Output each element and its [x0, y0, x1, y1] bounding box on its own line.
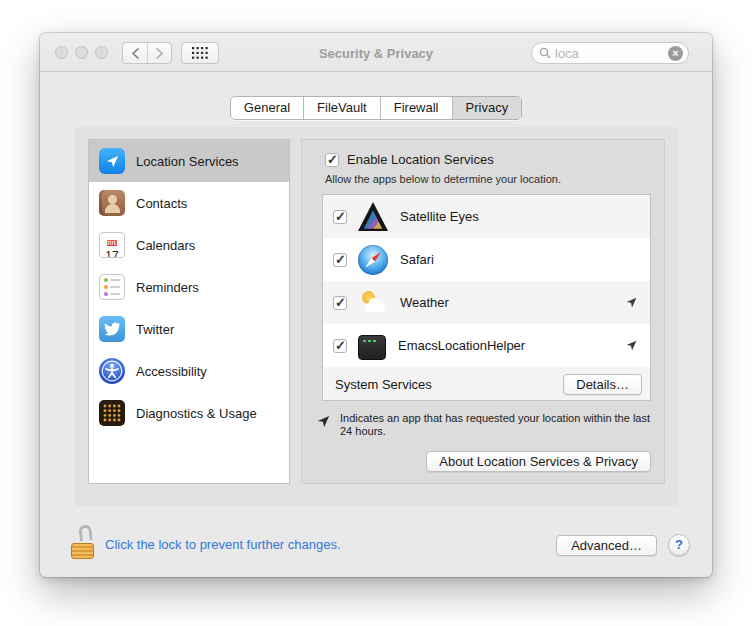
- privacy-sidebar: Location Services Contacts JUL 17 Calend…: [88, 139, 290, 484]
- advanced-button[interactable]: Advanced…: [556, 535, 657, 556]
- app-name: Safari: [400, 252, 434, 267]
- app-checkbox[interactable]: [333, 339, 347, 353]
- tab-privacy[interactable]: Privacy: [452, 97, 522, 119]
- details-button[interactable]: Details…: [563, 374, 642, 395]
- sidebar-item-label: Reminders: [136, 280, 199, 295]
- lock-shackle: [78, 524, 93, 541]
- sidebar-item-label: Calendars: [136, 238, 195, 253]
- app-row-safari[interactable]: Safari: [323, 238, 650, 281]
- lock-message: Click the lock to prevent further change…: [105, 537, 341, 552]
- enable-location-services-checkbox[interactable]: [325, 153, 339, 167]
- tab-general[interactable]: General: [231, 97, 303, 119]
- calendar-day-label: 17: [105, 249, 118, 258]
- location-arrow-icon: [99, 148, 125, 174]
- app-name: Weather: [400, 295, 449, 310]
- app-row-emacslocationhelper[interactable]: EmacsLocationHelper: [323, 324, 650, 367]
- lock-body: [71, 543, 94, 559]
- app-checkbox[interactable]: [333, 210, 347, 224]
- sidebar-item-label: Accessibility: [136, 364, 207, 379]
- title-bar: Security & Privacy ×: [40, 33, 712, 72]
- app-checkbox[interactable]: [333, 253, 347, 267]
- sidebar-item-label: Twitter: [136, 322, 174, 337]
- app-row-satellite-eyes[interactable]: Satellite Eyes: [323, 195, 650, 238]
- sidebar-item-reminders[interactable]: Reminders: [89, 266, 289, 308]
- location-arrow-note-icon: [316, 414, 331, 429]
- recent-location-icon: [625, 339, 638, 352]
- clear-search-icon[interactable]: ×: [668, 46, 683, 61]
- diagnostics-grid-icon: [99, 400, 125, 426]
- contacts-book-icon: [99, 190, 125, 216]
- sidebar-item-contacts[interactable]: Contacts: [89, 182, 289, 224]
- search-field[interactable]: ×: [531, 42, 689, 64]
- sidebar-item-label: Location Services: [136, 154, 239, 169]
- panel-description: Allow the apps below to determine your l…: [325, 173, 561, 185]
- sidebar-item-label: Diagnostics & Usage: [136, 406, 257, 421]
- enable-location-services-label: Enable Location Services: [347, 152, 494, 167]
- sidebar-item-label: Contacts: [136, 196, 187, 211]
- app-row-weather[interactable]: Weather: [323, 281, 650, 324]
- twitter-bird-icon: [99, 316, 125, 342]
- sidebar-item-location-services[interactable]: Location Services: [89, 140, 289, 182]
- accessibility-figure-icon: [99, 358, 125, 384]
- enable-location-services-row: Enable Location Services: [325, 152, 494, 167]
- about-location-services-button[interactable]: About Location Services & Privacy: [426, 451, 651, 472]
- app-name: Satellite Eyes: [400, 209, 479, 224]
- recent-location-icon: [625, 296, 638, 309]
- safari-app-icon: [358, 245, 388, 275]
- sidebar-item-accessibility[interactable]: Accessibility: [89, 350, 289, 392]
- calendar-month-label: JUL: [107, 240, 118, 246]
- app-checkbox[interactable]: [333, 296, 347, 310]
- tab-firewall[interactable]: Firewall: [380, 97, 452, 119]
- help-button[interactable]: ?: [668, 534, 690, 556]
- weather-app-icon: [358, 288, 388, 318]
- emacslocationhelper-app-icon: [358, 335, 386, 360]
- calendar-icon: JUL 17: [99, 232, 125, 258]
- security-privacy-window: Security & Privacy × General FileVault F…: [40, 33, 712, 577]
- recent-location-note: Indicates an app that has requested your…: [316, 412, 652, 438]
- search-input[interactable]: [555, 46, 668, 61]
- satellite-eyes-app-icon: [358, 202, 388, 232]
- sidebar-item-calendars[interactable]: JUL 17 Calendars: [89, 224, 289, 266]
- recent-location-note-text: Indicates an app that has requested your…: [340, 412, 652, 438]
- app-name: EmacsLocationHelper: [398, 338, 525, 353]
- reminders-list-icon: [99, 274, 125, 300]
- sidebar-item-diagnostics-usage[interactable]: Diagnostics & Usage: [89, 392, 289, 434]
- tab-filevault[interactable]: FileVault: [303, 97, 380, 119]
- location-services-panel: Enable Location Services Allow the apps …: [301, 139, 665, 484]
- sidebar-item-twitter[interactable]: Twitter: [89, 308, 289, 350]
- system-services-label: System Services: [335, 377, 432, 392]
- privacy-content: Location Services Contacts JUL 17 Calend…: [75, 127, 678, 506]
- lock-icon[interactable]: [68, 524, 98, 562]
- location-apps-list: Satellite Eyes Safari Weather EmacsLoca: [322, 194, 651, 401]
- preference-tabs: General FileVault Firewall Privacy: [40, 96, 712, 120]
- search-icon: [539, 47, 551, 59]
- system-services-row: System Services Details…: [323, 367, 650, 401]
